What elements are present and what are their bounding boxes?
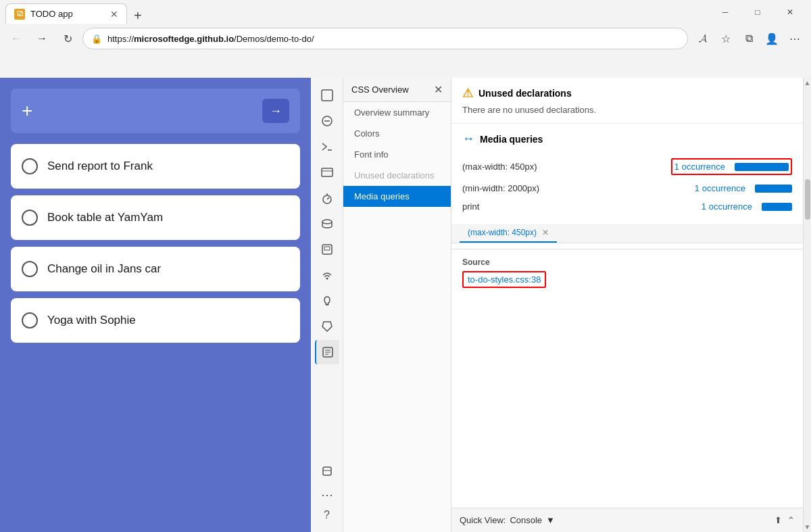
- table-row: (min-width: 2000px) 1 occurrence: [462, 179, 792, 197]
- maximize-button[interactable]: □: [742, 0, 773, 24]
- media-queries-title: ↔ Media queries: [462, 132, 792, 146]
- mq-occurrence-2[interactable]: 1 occurrence: [702, 201, 752, 212]
- main-area: + → Send report to Frank Book table at Y…: [0, 78, 811, 532]
- close-button[interactable]: ✕: [775, 0, 806, 24]
- add-todo-button[interactable]: +: [22, 100, 262, 122]
- todo-header: + →: [11, 89, 300, 133]
- mq-occurrence-highlight-0: 1 occurrence: [671, 158, 792, 175]
- nav-colors[interactable]: Colors: [343, 123, 451, 144]
- quick-view-arrow-icon[interactable]: ▼: [546, 515, 555, 525]
- lock-icon: 🔒: [91, 34, 102, 44]
- tab-title: TODO app: [30, 9, 73, 19]
- todo-checkbox[interactable]: [22, 312, 38, 329]
- url-text: https://microsoftedge.github.io/Demos/de…: [107, 34, 679, 44]
- read-aloud-icon[interactable]: 𝓐: [692, 28, 714, 49]
- css-overview-sidebar-icon[interactable]: [315, 314, 339, 339]
- list-item[interactable]: Yoga with Sophie: [11, 298, 300, 343]
- nav-font-info[interactable]: Font info: [343, 144, 451, 165]
- profile-icon[interactable]: 👤: [761, 28, 783, 49]
- tab-favicon: ☑: [14, 9, 25, 20]
- media-tab-close-button[interactable]: ✕: [542, 228, 549, 237]
- css-overview-close-button[interactable]: ✕: [434, 83, 443, 96]
- active-media-tab[interactable]: (max-width: 450px) ✕: [460, 224, 557, 243]
- nav-media-queries[interactable]: Media queries: [343, 186, 451, 207]
- css-overview-panel-header: CSS Overview ✕: [343, 78, 451, 102]
- todo-checkbox[interactable]: [22, 158, 38, 174]
- forward-button[interactable]: →: [31, 28, 53, 49]
- layers-icon[interactable]: [315, 459, 339, 483]
- quick-view-bar: Quick View: Console ▼ ⬆ ⌃: [451, 508, 803, 532]
- window-controls: ─ □ ✕: [710, 0, 806, 24]
- memory-icon[interactable]: [315, 212, 339, 236]
- dock-bottom-icon[interactable]: ⬆: [775, 515, 782, 525]
- source-link[interactable]: to-do-styles.css:38: [462, 271, 546, 288]
- active-tab[interactable]: ☑ TODO app ✕: [5, 3, 127, 24]
- performance-icon[interactable]: [315, 186, 339, 210]
- media-queries-panel: ⚠ Unused declarations There are no unuse…: [451, 78, 811, 532]
- todo-checkbox[interactable]: [22, 210, 38, 226]
- media-tab-strip: (max-width: 450px) ✕: [451, 224, 803, 243]
- svg-point-9: [322, 220, 332, 224]
- table-row: (max-width: 450px) 1 occurrence: [462, 154, 792, 179]
- mq-bar-1: [755, 185, 792, 193]
- minimize-button[interactable]: ─: [710, 0, 741, 24]
- mq-occurrence-1[interactable]: 1 occurrence: [695, 183, 745, 193]
- scroll-up-arrow[interactable]: ▲: [803, 78, 811, 88]
- nav-unused-declarations[interactable]: Unused declarations: [343, 165, 451, 186]
- favorites-icon[interactable]: ☆: [715, 28, 737, 49]
- svg-rect-4: [322, 168, 333, 176]
- wifi-icon[interactable]: [315, 263, 339, 287]
- svg-rect-10: [322, 245, 332, 254]
- back-button[interactable]: ←: [5, 28, 27, 49]
- mq-label-0: (max-width: 450px): [462, 162, 671, 172]
- console-icon[interactable]: [315, 109, 339, 133]
- sources-icon[interactable]: [315, 135, 339, 159]
- list-item[interactable]: Change oil in Jans car: [11, 247, 300, 291]
- source-label: Source: [462, 258, 792, 267]
- expand-icon[interactable]: ⌃: [787, 515, 795, 525]
- unused-declarations-title: Unused declarations: [478, 88, 572, 99]
- todo-checkbox[interactable]: [22, 261, 38, 277]
- todo-submit-button[interactable]: →: [262, 99, 289, 123]
- help-button[interactable]: ?: [321, 506, 333, 524]
- url-bar[interactable]: 🔒 https://microsoftedge.github.io/Demos/…: [82, 28, 688, 49]
- scroll-down-arrow[interactable]: ▼: [803, 522, 811, 532]
- todo-item-text: Change oil in Jans car: [47, 262, 161, 276]
- bulb-icon[interactable]: [315, 289, 339, 313]
- svg-line-8: [327, 197, 329, 199]
- title-bar: ☑ TODO app ✕ + ─ □ ✕: [0, 0, 811, 24]
- svg-point-12: [326, 278, 328, 280]
- settings-icon[interactable]: ⋯: [784, 28, 806, 49]
- css-overview-active-icon[interactable]: [315, 340, 339, 364]
- refresh-button[interactable]: ↻: [57, 28, 78, 49]
- css-overview-panel: CSS Overview ✕ Overview summary Colors F…: [343, 78, 451, 532]
- tab-close-button[interactable]: ✕: [110, 9, 118, 20]
- mq-bar-0: [735, 163, 789, 171]
- tab-area: ☑ TODO app ✕ +: [5, 0, 710, 24]
- mq-bar-2: [762, 203, 792, 211]
- mq-label-2: print: [462, 201, 702, 212]
- todo-item-text: Book table at YamYam: [47, 211, 163, 224]
- application-icon[interactable]: [315, 237, 339, 262]
- table-row: print 1 occurrence: [462, 197, 792, 216]
- more-tools-button[interactable]: ⋯: [318, 485, 336, 505]
- list-item[interactable]: Send report to Frank: [11, 144, 300, 189]
- devtools-sidebar: ⋯ ?: [311, 78, 343, 532]
- toolbar-icons: 𝓐 ☆ ⧉ 👤 ⋯: [692, 28, 806, 49]
- quick-view-value: Console: [510, 515, 542, 525]
- address-bar: ← → ↻ 🔒 https://microsoftedge.github.io/…: [0, 24, 811, 53]
- inspector-icon[interactable]: [315, 83, 339, 107]
- scrollbar-thumb[interactable]: [805, 179, 810, 220]
- todo-item-text: Send report to Frank: [47, 160, 153, 173]
- svg-rect-18: [323, 467, 331, 475]
- unused-declarations-header: ⚠ Unused declarations: [462, 86, 792, 101]
- network-icon[interactable]: [315, 160, 339, 185]
- todo-item-text: Yoga with Sophie: [47, 314, 136, 327]
- scrollbar[interactable]: ▲ ▼: [803, 78, 811, 532]
- mq-occurrence-0[interactable]: 1 occurrence: [674, 162, 725, 172]
- new-tab-button[interactable]: +: [127, 8, 149, 24]
- nav-overview-summary[interactable]: Overview summary: [343, 102, 451, 123]
- collections-icon[interactable]: ⧉: [738, 28, 760, 49]
- list-item[interactable]: Book table at YamYam: [11, 195, 300, 240]
- unused-declarations-section: ⚠ Unused declarations There are no unuse…: [451, 78, 803, 124]
